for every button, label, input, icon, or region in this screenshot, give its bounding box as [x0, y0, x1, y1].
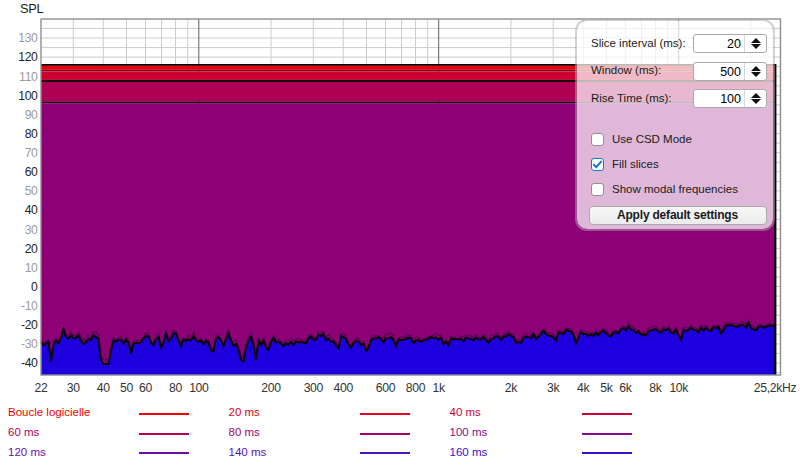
svg-text:10: 10 — [25, 261, 38, 275]
svg-text:80: 80 — [169, 381, 182, 395]
svg-text:30: 30 — [25, 223, 38, 237]
svg-text:200: 200 — [261, 381, 281, 395]
svg-text:50: 50 — [25, 184, 38, 198]
svg-text:100: 100 — [189, 381, 209, 395]
svg-text:30: 30 — [67, 381, 80, 395]
svg-text:130: 130 — [18, 31, 38, 45]
svg-text:800: 800 — [406, 381, 426, 395]
svg-text:60: 60 — [25, 165, 38, 179]
svg-text:0: 0 — [31, 280, 38, 294]
svg-text:20: 20 — [25, 242, 38, 256]
svg-text:120: 120 — [18, 50, 38, 64]
svg-text:22: 22 — [35, 381, 48, 395]
svg-text:10k: 10k — [669, 381, 689, 395]
svg-text:5k: 5k — [600, 381, 613, 395]
svg-text:-30: -30 — [21, 337, 38, 351]
svg-text:300: 300 — [304, 381, 324, 395]
svg-text:60: 60 — [139, 381, 152, 395]
svg-text:80: 80 — [25, 127, 38, 141]
svg-text:8k: 8k — [649, 381, 662, 395]
svg-text:25,2kHz: 25,2kHz — [754, 381, 797, 395]
svg-text:40: 40 — [97, 381, 110, 395]
svg-text:40: 40 — [25, 203, 38, 217]
svg-text:6k: 6k — [619, 381, 632, 395]
svg-text:-20: -20 — [21, 318, 38, 332]
svg-text:400: 400 — [334, 381, 354, 395]
svg-text:SPL: SPL — [20, 1, 43, 16]
svg-text:-40: -40 — [21, 356, 38, 370]
svg-text:90: 90 — [25, 108, 38, 122]
svg-text:-10: -10 — [21, 299, 38, 313]
svg-text:600: 600 — [376, 381, 396, 395]
svg-text:3k: 3k — [547, 381, 560, 395]
svg-text:100: 100 — [18, 89, 38, 103]
svg-text:110: 110 — [19, 70, 38, 84]
svg-text:1k: 1k — [433, 381, 446, 395]
svg-text:4k: 4k — [577, 381, 590, 395]
svg-text:70: 70 — [25, 146, 38, 160]
svg-text:2k: 2k — [505, 381, 518, 395]
svg-text:50: 50 — [120, 381, 133, 395]
